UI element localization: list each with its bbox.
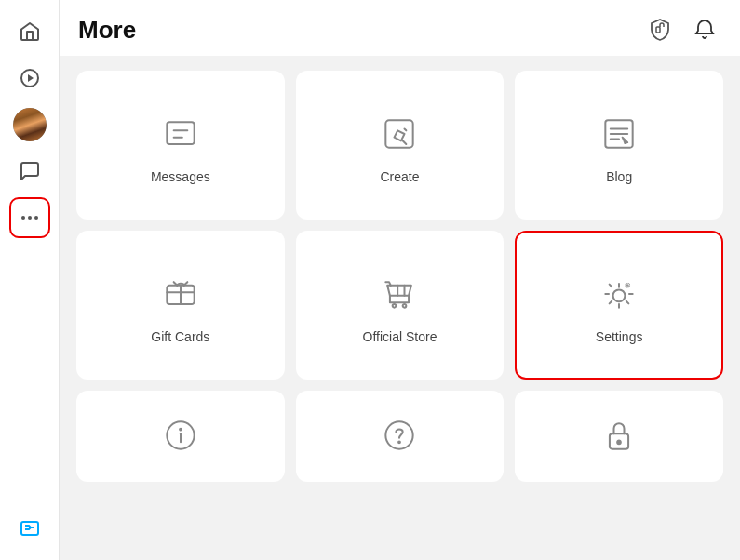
page-title: More [78,16,136,45]
blog-label: Blog [606,169,632,184]
help-icon [375,411,424,460]
avatar-image [13,108,47,141]
blog-icon [595,110,643,158]
sidebar-item-more[interactable] [9,197,50,238]
svg-point-2 [21,216,25,220]
header-icons [643,13,721,47]
svg-point-28 [399,441,401,443]
main-content: More [60,0,740,560]
svg-point-30 [617,441,621,445]
card-create[interactable]: Create [296,71,505,220]
svg-point-3 [28,216,32,220]
card-blog[interactable]: Blog [515,71,723,220]
svg-point-22 [613,289,626,301]
sidebar-item-discover[interactable] [9,58,50,99]
svg-rect-7 [167,122,194,144]
card-help[interactable] [296,391,505,482]
sidebar [0,0,60,560]
gift-cards-icon [156,270,205,318]
sidebar-item-avatar[interactable] [9,104,50,145]
menu-grid: Messages Create [60,56,740,497]
messages-label: Messages [151,169,210,184]
official-store-icon [375,270,424,318]
card-lock[interactable] [515,391,723,482]
lock-icon [595,411,643,460]
settings-icon [595,270,643,318]
sidebar-item-home[interactable] [9,11,50,52]
info-icon [156,411,205,460]
official-store-label: Official Store [363,329,437,344]
card-official-store[interactable]: Official Store [296,231,505,380]
robux-shield-button[interactable] [643,13,677,47]
header: More [60,0,740,56]
gift-cards-label: Gift Cards [151,329,209,344]
settings-label: Settings [596,329,643,344]
create-icon [375,110,424,158]
svg-point-19 [403,304,407,308]
svg-rect-10 [386,120,413,147]
card-messages[interactable]: Messages [76,71,285,220]
svg-marker-1 [28,74,34,82]
svg-point-4 [34,216,38,220]
card-gift-cards[interactable]: Gift Cards [76,231,285,380]
create-label: Create [380,169,419,184]
sidebar-item-chat[interactable] [9,151,50,192]
notifications-button[interactable] [688,13,721,47]
sidebar-item-robux[interactable] [9,508,50,549]
svg-point-26 [180,429,182,431]
svg-rect-6 [656,27,660,33]
svg-point-18 [393,304,397,308]
card-settings[interactable]: Settings [515,231,723,380]
card-info[interactable] [76,391,285,482]
messages-icon [156,110,205,158]
svg-point-27 [386,421,413,448]
